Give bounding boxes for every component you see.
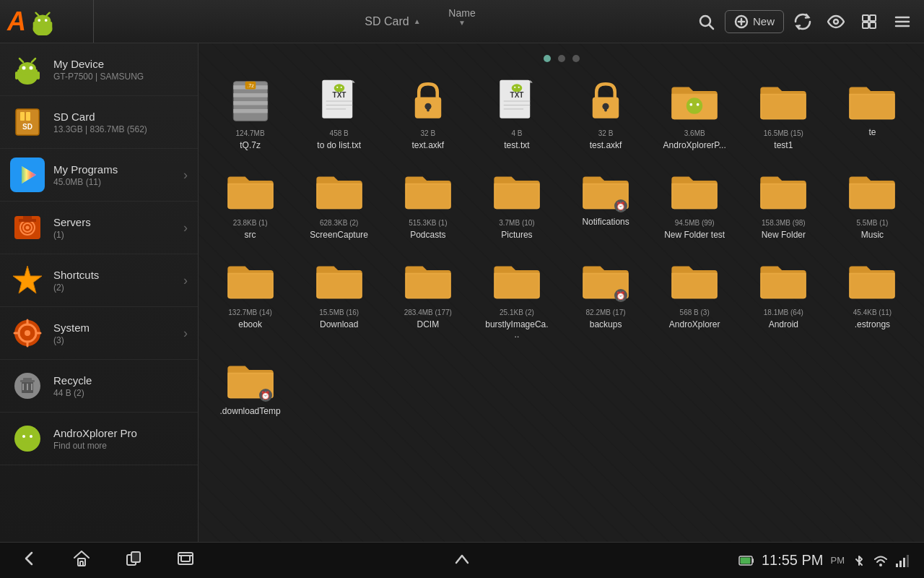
file-name: New Folder test — [664, 230, 725, 240]
sidebar-item-system[interactable]: System (3) › — [0, 307, 198, 360]
system-icon — [10, 316, 45, 350]
file-name: Podcasts — [410, 230, 445, 240]
file-item[interactable]: 158.3MB (98) New Folder — [743, 162, 824, 244]
folder-icon — [847, 77, 897, 126]
file-name: DCIM — [417, 319, 439, 329]
svg-rect-18 — [870, 15, 876, 21]
location-title: SD Card — [365, 15, 409, 28]
file-size: 158.3MB (98) — [762, 218, 806, 228]
file-item[interactable]: 3.7MB (10) Pictures — [476, 162, 557, 244]
sidebar-item-shortcuts[interactable]: Shortcuts (2) › — [0, 254, 198, 307]
file-size: 124.7MB — [236, 129, 265, 139]
battery-icon — [738, 553, 754, 569]
svg-point-92 — [512, 84, 523, 92]
file-item[interactable]: TXT 4 B test.txt — [476, 72, 557, 155]
svg-point-4 — [45, 19, 48, 22]
file-item[interactable]: 45.4KB (11) .estrongs — [832, 251, 913, 344]
svg-rect-114 — [899, 561, 902, 567]
svg-point-83 — [340, 87, 341, 88]
refresh-button[interactable] — [788, 9, 817, 35]
file-item[interactable]: .7z 124.7MB tQ.7z — [209, 72, 291, 155]
folder-icon — [315, 256, 364, 305]
screenshot-button[interactable] — [170, 546, 201, 575]
sidebar-item-servers[interactable]: Servers (1) › — [0, 202, 198, 254]
file-item[interactable]: ⏰ .downloadTemp — [209, 351, 291, 420]
sidebar-item-recycle[interactable]: Recycle 44 B (2) — [0, 360, 198, 413]
servers-icon — [10, 210, 45, 245]
wifi-icon — [873, 553, 888, 568]
file-item[interactable]: ⏰ Notifications — [565, 162, 647, 244]
bottom-nav — [14, 546, 201, 575]
sidebar-servers-text: Servers (1) — [53, 216, 183, 240]
clock-badge: ⏰ — [614, 289, 627, 302]
file-item[interactable]: 32 B test.axkf — [565, 72, 647, 155]
file-item[interactable]: 23.8KB (1) src — [209, 162, 291, 244]
pm-label: PM — [831, 555, 845, 566]
svg-rect-9 — [37, 27, 41, 34]
file-size: 25.1KB (2) — [500, 308, 534, 318]
svg-line-6 — [47, 12, 50, 15]
svg-rect-72 — [233, 101, 267, 105]
file-item[interactable]: 94.5MB (99) New Folder test — [654, 162, 736, 244]
file-item[interactable]: 18.1MB (64) Android — [743, 251, 824, 344]
svg-line-5 — [36, 12, 39, 15]
file-size: 568 B (3) — [680, 308, 710, 318]
menu-button[interactable] — [888, 9, 917, 35]
recent-apps-button[interactable] — [118, 546, 149, 575]
svg-rect-8 — [49, 22, 52, 30]
status-bar: 11:55 PM PM — [738, 552, 910, 569]
bluetooth-icon — [852, 553, 866, 568]
sort-arrow-icon: ▲ — [414, 17, 421, 25]
sort-label: Name — [448, 7, 475, 19]
sidebar-sdcard-text: SD Card 13.3GB | 836.7MB (562) — [53, 111, 188, 134]
svg-rect-111 — [740, 557, 750, 564]
view-toggle-button[interactable] — [855, 9, 884, 35]
lock-icon — [404, 77, 453, 126]
svg-rect-19 — [863, 22, 868, 28]
file-size: 82.2MB (17) — [586, 308, 626, 318]
file-item[interactable]: 628.3KB (2) ScreenCapture — [298, 162, 380, 244]
file-item[interactable]: TXT 458 B to do list.txt — [298, 72, 380, 155]
file-name: Download — [320, 319, 358, 329]
file-name: test.axkf — [590, 140, 622, 150]
back-button[interactable] — [14, 546, 45, 575]
file-item[interactable]: te — [832, 72, 913, 155]
sidebar: My Device GT-P7500 | SAMSUNG SD SD Card … — [0, 43, 199, 542]
sidebar-androxplorer-text: AndroXplorer Pro Find out more — [53, 427, 188, 451]
home-button[interactable] — [66, 546, 97, 575]
folder-icon — [670, 256, 719, 305]
sort-down-icon: ▼ — [458, 19, 466, 27]
sidebar-servers-arrow: › — [183, 220, 188, 236]
file-item[interactable]: 3.6MB AndroXplorerP... — [654, 72, 736, 155]
file-size: 132.7MB (14) — [228, 308, 272, 318]
search-button[interactable] — [692, 9, 720, 35]
folder-icon — [847, 166, 897, 215]
file-item[interactable]: 25.1KB (2) burstlyImageCa... — [476, 251, 557, 344]
sidebar-system-arrow: › — [183, 326, 188, 341]
file-item[interactable]: 515.3KB (1) Podcasts — [387, 162, 468, 244]
svg-rect-86 — [427, 106, 430, 111]
file-item[interactable]: 132.7MB (14) ebook — [209, 251, 291, 344]
folder-icon — [759, 256, 808, 305]
new-button[interactable]: New — [725, 10, 784, 33]
file-item[interactable]: 32 B text.axkf — [387, 72, 468, 155]
file-size: 628.3KB (2) — [320, 218, 358, 228]
file-item[interactable]: 5.5MB (1) Music — [832, 162, 913, 244]
file-size: 515.3KB (1) — [409, 218, 447, 228]
file-item[interactable]: ⏰ 82.2MB (17) backups — [565, 251, 647, 344]
sidebar-item-my-programs[interactable]: My Programs 45.0MB (11) › — [0, 149, 198, 202]
file-item[interactable]: 568 B (3) AndroXplorer — [654, 251, 736, 344]
androxplorer-folder-icon — [670, 77, 719, 126]
sidebar-item-androxplorer[interactable]: AndroXplorer Pro Find out more — [0, 413, 198, 465]
file-item[interactable]: 15.5MB (16) Download — [298, 251, 380, 344]
file-item[interactable]: 283.4MB (177) DCIM — [387, 251, 468, 344]
bottom-bar: 11:55 PM PM — [0, 542, 924, 578]
sidebar-recycle-text: Recycle 44 B (2) — [53, 374, 188, 398]
sidebar-item-sd-card[interactable]: SD SD Card 13.3GB | 836.7MB (562) — [0, 96, 198, 149]
sidebar-shortcuts-text: Shortcuts (2) — [53, 269, 183, 293]
eye-button[interactable] — [821, 9, 850, 35]
sidebar-item-my-device[interactable]: My Device GT-P7500 | SAMSUNG — [0, 43, 198, 96]
file-item[interactable]: 16.5MB (15) test1 — [743, 72, 824, 155]
folder-icon — [492, 256, 541, 305]
file-name: test1 — [774, 140, 793, 150]
